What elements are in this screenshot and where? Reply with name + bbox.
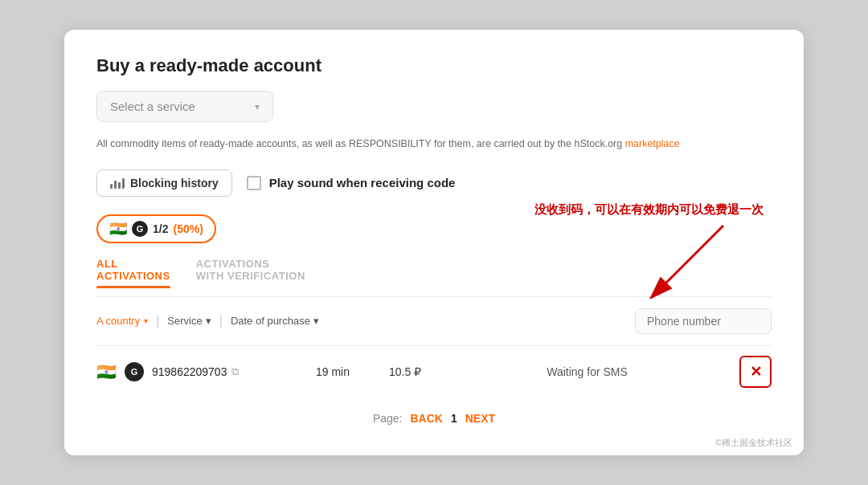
row-action: ✕ bbox=[733, 356, 772, 388]
marketplace-link[interactable]: marketplace bbox=[625, 138, 680, 149]
row-phone: 919862209703 ⧉ bbox=[152, 365, 297, 378]
page-title: Buy a ready-made account bbox=[96, 55, 772, 76]
row-time: 19 min bbox=[297, 365, 369, 378]
play-sound-checkbox[interactable] bbox=[247, 176, 261, 190]
date-filter-label: Date of purchase bbox=[231, 315, 310, 327]
copy-icon[interactable]: ⧉ bbox=[231, 365, 239, 378]
service-filter-label: Service bbox=[167, 315, 202, 327]
phone-search-area bbox=[635, 308, 772, 334]
pagination-next[interactable]: NEXT bbox=[465, 412, 495, 425]
phone-number: 919862209703 bbox=[152, 365, 227, 378]
account-badge: 🇮🇳 G 1/2 (50%) bbox=[96, 214, 216, 243]
tab-activations-with-verification[interactable]: ACTIVATIONSWITH VERIFICATION bbox=[196, 255, 305, 288]
bar-chart-icon bbox=[110, 177, 125, 189]
india-flag-icon: 🇮🇳 bbox=[109, 220, 127, 238]
annotation-text: 没收到码，可以在有效期内可以免费退一次 bbox=[534, 202, 764, 218]
select-service-label: Select a service bbox=[110, 100, 195, 113]
toolbar: Blocking history Play sound when receivi… bbox=[96, 169, 772, 197]
watermark: ©稀土掘金技术社区 bbox=[715, 437, 792, 449]
pagination-current: 1 bbox=[451, 412, 457, 425]
page-label: Page: bbox=[373, 412, 403, 425]
pagination: Page: BACK 1 NEXT bbox=[96, 412, 772, 425]
cancel-button[interactable]: ✕ bbox=[739, 356, 772, 388]
main-card: Buy a ready-made account Select a servic… bbox=[64, 30, 804, 455]
chevron-down-icon: ▾ bbox=[144, 316, 148, 325]
select-service-dropdown[interactable]: Select a service ▾ bbox=[96, 91, 273, 122]
disclaimer-text: All commodity items of ready-made accoun… bbox=[96, 137, 772, 152]
country-filter-label: A country bbox=[96, 315, 140, 327]
chevron-down-icon: ▾ bbox=[313, 315, 319, 327]
country-filter[interactable]: A country ▾ bbox=[96, 315, 148, 327]
row-flag-icon: 🇮🇳 bbox=[96, 362, 117, 381]
badge-percent: (50%) bbox=[173, 222, 203, 235]
play-sound-area: Play sound when receiving code bbox=[247, 176, 456, 190]
filters-row: A country ▾ | Service ▾ | Date of purcha… bbox=[96, 308, 772, 334]
chevron-down-icon: ▾ bbox=[206, 315, 211, 327]
service-filter[interactable]: Service ▾ bbox=[167, 315, 211, 327]
blocking-history-label: Blocking history bbox=[130, 177, 219, 190]
chevron-down-icon: ▾ bbox=[255, 101, 260, 112]
disclaimer-body: All commodity items of ready-made accoun… bbox=[96, 138, 625, 149]
blocking-history-button[interactable]: Blocking history bbox=[96, 169, 232, 197]
row-status: Waiting for SMS bbox=[441, 365, 733, 378]
badge-count: 1/2 bbox=[153, 222, 168, 235]
play-sound-label: Play sound when receiving code bbox=[269, 176, 456, 190]
table-row: 🇮🇳 G 919862209703 ⧉ 19 min 10.5 ₽ Waitin… bbox=[96, 345, 772, 397]
phone-search-input[interactable] bbox=[635, 308, 772, 334]
row-price: 10.5 ₽ bbox=[369, 365, 441, 378]
row-service-chatgpt-icon: G bbox=[125, 362, 144, 381]
tab-divider bbox=[96, 296, 772, 297]
chatgpt-icon: G bbox=[132, 221, 148, 237]
pagination-back[interactable]: BACK bbox=[411, 412, 443, 425]
tabs-container: ALLACTIVATIONS ACTIVATIONSWITH VERIFICAT… bbox=[96, 255, 772, 288]
filter-separator: | bbox=[156, 314, 159, 328]
date-filter[interactable]: Date of purchase ▾ bbox=[231, 315, 319, 327]
filter-separator-2: | bbox=[219, 314, 223, 328]
tab-all-activations[interactable]: ALLACTIVATIONS bbox=[96, 255, 170, 288]
